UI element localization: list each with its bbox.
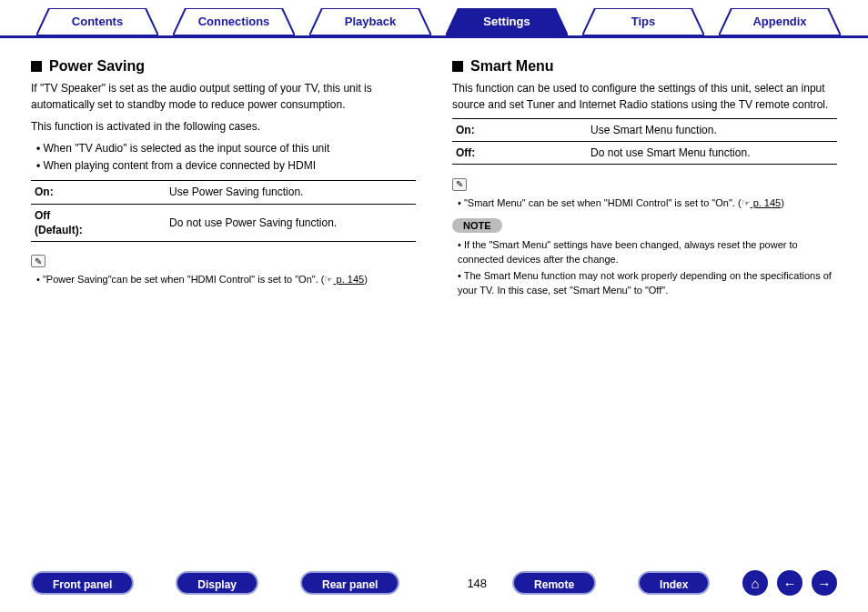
tab-connections[interactable]: Connections [173, 8, 295, 35]
section-heading-power-saving: Power Saving [31, 58, 416, 75]
table-row: Off: Do not use Smart Menu function. [452, 142, 837, 165]
tab-settings[interactable]: Settings [446, 8, 568, 35]
note-badge: NOTE [452, 218, 502, 233]
smart-menu-desc: This function can be used to configure t… [452, 80, 837, 113]
power-saving-cases: When "TV Audio" is selected as the input… [31, 140, 416, 175]
page-ref-link[interactable]: p. 145 [333, 274, 364, 285]
pointer-icon: ☞ [742, 197, 751, 208]
forward-icon[interactable]: → [812, 570, 837, 596]
back-icon[interactable]: ← [777, 570, 802, 596]
table-row: On: Use Power Saving function. [31, 181, 416, 204]
tab-appendix[interactable]: Appendix [719, 8, 841, 35]
section-heading-smart-menu: Smart Menu [452, 58, 837, 75]
pointer-icon: ☞ [324, 274, 333, 285]
power-saving-desc-2: This function is activated in the follow… [31, 118, 416, 135]
pencil-icon: ✎ [31, 255, 45, 267]
power-saving-desc-1: If "TV Speaker" is set as the audio outp… [31, 80, 416, 113]
power-saving-footnote: "Power Saving"can be set when "HDMI Cont… [36, 273, 416, 287]
table-row: On: Use Smart Menu function. [452, 119, 837, 142]
left-column: Power Saving If "TV Speaker" is set as t… [31, 58, 416, 300]
table-row: Off (Default): Do not use Power Saving f… [31, 204, 416, 241]
front-panel-button[interactable]: Front panel [31, 571, 134, 595]
bottom-bar: Front panel Display Rear panel 148 Remot… [0, 570, 868, 596]
list-item: The Smart Menu function may not work pro… [458, 269, 837, 298]
smart-menu-footnote: "Smart Menu" can be set when "HDMI Contr… [458, 196, 837, 211]
smart-menu-notes: If the "Smart Menu" settings have been c… [452, 238, 837, 298]
right-column: Smart Menu This function can be used to … [452, 58, 837, 300]
top-tab-bar: Contents Connections Playback Settings T… [0, 0, 868, 38]
page-number: 148 [467, 577, 487, 590]
smart-menu-options-table: On: Use Smart Menu function. Off: Do not… [452, 118, 837, 165]
tab-playback[interactable]: Playback [309, 8, 431, 35]
remote-button[interactable]: Remote [512, 571, 596, 595]
tab-contents[interactable]: Contents [36, 8, 158, 35]
home-icon[interactable]: ⌂ [742, 570, 768, 596]
pencil-icon: ✎ [452, 178, 467, 191]
tab-tips[interactable]: Tips [582, 8, 704, 35]
display-button[interactable]: Display [176, 571, 258, 595]
power-saving-options-table: On: Use Power Saving function. Off (Defa… [31, 180, 416, 242]
list-item: When playing content from a device conne… [36, 157, 416, 175]
index-button[interactable]: Index [638, 571, 710, 595]
list-item: If the "Smart Menu" settings have been c… [458, 238, 837, 267]
rear-panel-button[interactable]: Rear panel [300, 571, 399, 595]
list-item: When "TV Audio" is selected as the input… [36, 140, 416, 157]
page-ref-link[interactable]: p. 145 [751, 197, 782, 208]
